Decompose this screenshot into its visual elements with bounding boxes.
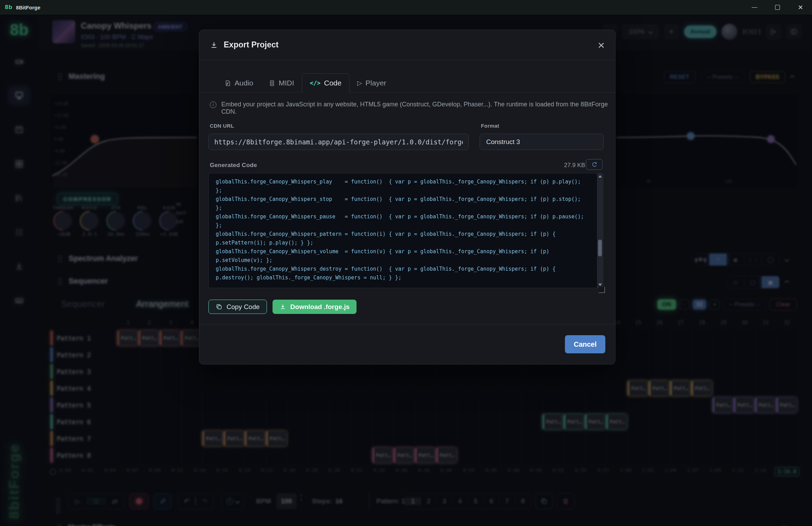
cdn-url-label: CDN URL xyxy=(210,123,234,129)
download-forge-button[interactable]: Download .forge.js xyxy=(273,300,357,314)
cancel-button[interactable]: Cancel xyxy=(565,335,605,353)
code-actions: Copy Code Download .forge.js xyxy=(208,300,357,314)
tab-player[interactable]: ▷ Player xyxy=(350,73,394,93)
export-project-modal: Export Project × Audio MIDI </> Code ▷ xyxy=(199,30,615,365)
refresh-icon xyxy=(591,161,597,167)
copy-icon xyxy=(216,303,222,310)
info-note: i Embed your project as JavaScript in an… xyxy=(210,101,615,115)
close-icon: × xyxy=(798,2,803,12)
format-value: Construct 3 xyxy=(486,138,520,146)
tab-audio[interactable]: Audio xyxy=(217,73,261,93)
play-outline-icon: ▷ xyxy=(357,79,362,87)
tab-audio-label: Audio xyxy=(235,79,253,87)
app-title: 8BitForge xyxy=(16,5,40,10)
format-select[interactable]: Construct 3 xyxy=(480,134,604,150)
maximize-icon xyxy=(775,5,780,10)
code-scrollbar[interactable] xyxy=(597,173,603,288)
download-icon xyxy=(210,41,218,49)
minimize-button[interactable] xyxy=(743,0,766,15)
code-icon: </> xyxy=(310,80,321,87)
copy-code-label: Copy Code xyxy=(227,303,260,311)
download-icon xyxy=(279,303,286,310)
app-window: 8b 8BitForge × 8b xyxy=(0,0,812,526)
app-logo: 8b xyxy=(5,4,13,11)
generated-code-area[interactable]: globalThis.forge_Canopy_Whispers_play = … xyxy=(208,173,603,288)
format-label: Format xyxy=(481,123,499,129)
regenerate-button[interactable] xyxy=(586,159,603,170)
tab-midi-label: MIDI xyxy=(279,79,294,87)
scrollbar-thumb[interactable] xyxy=(598,240,602,256)
audio-file-icon xyxy=(224,80,231,87)
modal-header: Export Project × xyxy=(199,30,615,60)
download-forge-label: Download .forge.js xyxy=(290,303,350,311)
tab-code[interactable]: </> Code xyxy=(302,73,350,93)
minimize-icon xyxy=(752,7,757,8)
scroll-down-icon[interactable] xyxy=(598,284,602,286)
window-controls: × xyxy=(743,0,812,15)
close-modal-button[interactable]: × xyxy=(598,39,605,51)
info-icon: i xyxy=(210,102,216,108)
maximize-button[interactable] xyxy=(766,0,789,15)
code-size-badge: 27.9 KB xyxy=(564,162,585,169)
tab-code-label: Code xyxy=(324,79,342,87)
close-window-button[interactable]: × xyxy=(789,0,812,15)
footer-divider xyxy=(199,324,615,324)
tab-player-label: Player xyxy=(366,79,386,87)
scroll-up-icon[interactable] xyxy=(598,175,602,178)
resize-grip[interactable] xyxy=(599,287,605,293)
app-area: 8b xyxy=(0,15,812,526)
export-tabs: Audio MIDI </> Code ▷ Player xyxy=(199,73,615,92)
generated-code-text: globalThis.forge_Canopy_Whispers_play = … xyxy=(216,178,590,282)
cdn-url-input[interactable] xyxy=(208,134,469,150)
copy-code-button[interactable]: Copy Code xyxy=(208,300,267,314)
tab-midi[interactable]: MIDI xyxy=(261,73,302,93)
info-text: Embed your project as JavaScript in any … xyxy=(221,101,615,115)
generated-code-label: Generated Code xyxy=(210,162,257,169)
midi-file-icon xyxy=(269,80,275,87)
titlebar: 8b 8BitForge × xyxy=(0,0,812,15)
modal-title: Export Project xyxy=(224,40,278,50)
